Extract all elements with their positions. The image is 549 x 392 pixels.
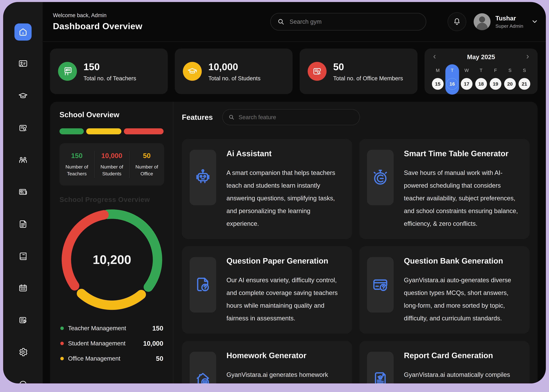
header: Welcome back, Admin Dashboard Overview [43,2,546,42]
question-bank-icon [371,275,390,294]
donut-legend: Teacher Management 150 Student Managemen… [59,321,164,366]
legend-dot-red [60,342,64,345]
home-icon [18,27,28,37]
calendar-day[interactable]: S 20 [503,64,517,95]
header-controls: Tushar Super Admin [270,13,538,31]
legend-dot-yellow [60,357,64,360]
icon-tile [367,150,394,205]
school-overview-section: School Overview 150 Number of Teachers [50,102,173,383]
summary-label: Number of Office [131,163,163,177]
feature-card-timetable[interactable]: Smart Time Table Generator Save hours of… [359,139,529,239]
book-icon [18,251,28,261]
legend-row-student: Student Management 10,000 [60,336,163,351]
calendar-icon [18,283,28,293]
sidebar-item-idcards[interactable] [14,183,32,201]
feature-card-question-paper[interactable]: Question Paper Generation Our AI ensures… [182,246,352,334]
search-icon [277,18,285,25]
sidebar-item-library[interactable] [14,247,32,265]
user-block: Tushar Super Admin [495,15,523,29]
calendar-day[interactable]: F 19 [489,64,502,95]
donut-total: 10,200 [59,207,164,312]
feature-card-question-bank[interactable]: Question Bank Generation GyanVistara.ai … [359,246,529,334]
calendar-widget: May 2025 M 15 T 16 [425,49,538,94]
welcome-text: Welcome back, Admin [53,12,142,18]
feature-cards-grid: Ai Assistant A smart companion that help… [182,139,529,383]
sidebar-item-classroom[interactable] [14,56,32,73]
feature-title: Homework Generator [226,351,344,360]
students-bar [124,128,163,134]
sidebar-item-home[interactable] [14,23,32,41]
sidebar-nav [14,23,32,383]
feature-search-input[interactable] [239,114,354,120]
sidebar-item-students[interactable] [14,87,32,105]
features-header: Features [182,109,529,125]
legend-row-office: Office Management 50 [60,351,163,366]
summary-value: 10,000 [96,152,128,160]
stopwatch-icon [371,168,390,187]
stat-value: 50 [333,61,403,72]
legend-dot-green [60,327,64,330]
calendar-day-selected[interactable]: T 16 [445,64,459,95]
stat-card-students[interactable]: 10,000 Total no. of Students [175,49,293,94]
office-bar [86,128,121,134]
document-search-icon [312,66,322,77]
people-group-icon [18,155,28,165]
feature-search[interactable] [222,109,360,125]
day-letter: S [508,66,511,74]
sidebar-item-parents[interactable] [14,152,32,169]
chevron-down-icon [532,18,538,25]
legend-row-teacher: Teacher Management 150 [60,321,163,336]
profile-menu-toggle[interactable] [532,18,538,25]
feature-description: GyanVistara.ai auto-generates diverse qu… [404,274,521,325]
features-section: Features [173,102,538,383]
feature-text: Smart Time Table Generator Save hours of… [404,147,521,230]
office-stat-badge [308,62,327,81]
feature-title: Question Paper Generation [226,256,344,265]
teachers-stat-badge [58,62,77,81]
icon-tile [367,257,394,313]
calendar-day[interactable]: T 18 [474,64,488,95]
feature-card-report-card[interactable]: Report Card Generation GyanVistara.ai au… [359,341,529,383]
headset-icon [18,379,28,383]
sidebar-item-support[interactable] [14,376,32,383]
global-search[interactable] [270,13,426,30]
feature-text: Ai Assistant A smart companion that help… [226,147,344,230]
avatar[interactable] [474,13,491,30]
feature-card-homework[interactable]: Homework Generator GyanVistara.ai genera… [182,341,352,383]
feature-description: GyanVistara.ai generates homework tasks … [226,368,344,383]
stat-label: Total no. of Teachers [84,75,136,82]
sidebar-item-settings[interactable] [14,343,32,361]
sidebar-item-schedule[interactable] [14,312,32,329]
teacher-board-icon [62,66,73,77]
day-letter: T [451,66,454,74]
sidebar-item-documents[interactable] [14,216,32,233]
calendar-header: May 2025 [430,53,532,61]
chevron-right-icon [525,54,530,59]
notifications-button[interactable] [448,13,466,31]
stat-card-office[interactable]: 50 Total no. of Office Members [300,49,417,94]
feature-description: Our AI ensures variety, difficulty contr… [226,274,344,325]
calendar-day[interactable]: S 21 [518,64,531,95]
stat-value: 10,000 [208,61,260,72]
stat-card-teachers[interactable]: 150 Total no. of Teachers [50,49,168,94]
legend-label: Office Management [68,355,120,362]
bell-icon [453,18,461,26]
calendar-prev-button[interactable] [432,54,437,60]
sidebar-item-records[interactable] [14,119,32,137]
sidebar-item-calendar[interactable] [14,280,32,297]
teachers-bar [59,128,84,134]
legend-value: 150 [152,324,163,332]
search-input[interactable] [289,18,419,25]
document-search-icon [18,123,28,133]
feature-card-ai-assistant[interactable]: Ai Assistant A smart companion that help… [182,139,352,239]
day-number: 18 [475,78,487,90]
feature-description: Save hours of manual work with AI-powere… [404,166,521,230]
calendar-day[interactable]: M 15 [431,64,445,95]
app-window: Welcome back, Admin Dashboard Overview [3,2,546,383]
question-paper-icon [193,275,212,294]
day-letter: S [523,66,526,74]
calendar-next-button[interactable] [525,54,530,60]
feature-title: Question Bank Generation [404,256,521,265]
calendar-day[interactable]: W 17 [460,64,473,95]
school-overview-title: School Overview [59,110,164,119]
